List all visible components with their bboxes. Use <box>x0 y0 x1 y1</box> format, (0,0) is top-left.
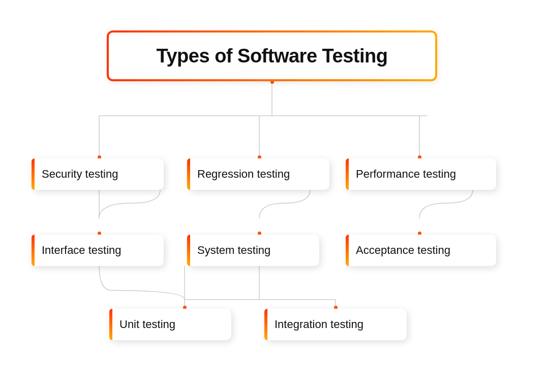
node-accent-acceptance <box>346 235 349 266</box>
node-label-performance: Performance testing <box>356 168 456 181</box>
node-accent-integration <box>264 309 267 340</box>
node-accent-regression <box>187 158 190 190</box>
node-interface: Interface testing <box>32 235 164 266</box>
node-label-regression: Regression testing <box>197 168 290 181</box>
node-label-security: Security testing <box>42 168 118 181</box>
node-security: Security testing <box>32 158 164 190</box>
node-accent-performance <box>346 158 349 190</box>
node-integration: Integration testing <box>264 309 407 340</box>
diagram: Types of Software Testing Security testi… <box>0 0 546 392</box>
node-regression: Regression testing <box>187 158 329 190</box>
node-acceptance: Acceptance testing <box>346 235 496 266</box>
node-unit: Unit testing <box>109 309 231 340</box>
node-label-system: System testing <box>197 244 270 257</box>
node-accent-system <box>187 235 190 266</box>
node-label-integration: Integration testing <box>275 318 363 331</box>
node-system: System testing <box>187 235 319 266</box>
title-box: Types of Software Testing <box>107 30 437 81</box>
node-performance: Performance testing <box>346 158 496 190</box>
node-accent-unit <box>109 309 112 340</box>
title-text: Types of Software Testing <box>157 45 388 67</box>
node-label-unit: Unit testing <box>119 318 175 331</box>
node-accent-security <box>32 158 35 190</box>
node-accent-interface <box>32 235 35 266</box>
node-label-interface: Interface testing <box>42 244 122 257</box>
node-label-acceptance: Acceptance testing <box>356 244 450 257</box>
